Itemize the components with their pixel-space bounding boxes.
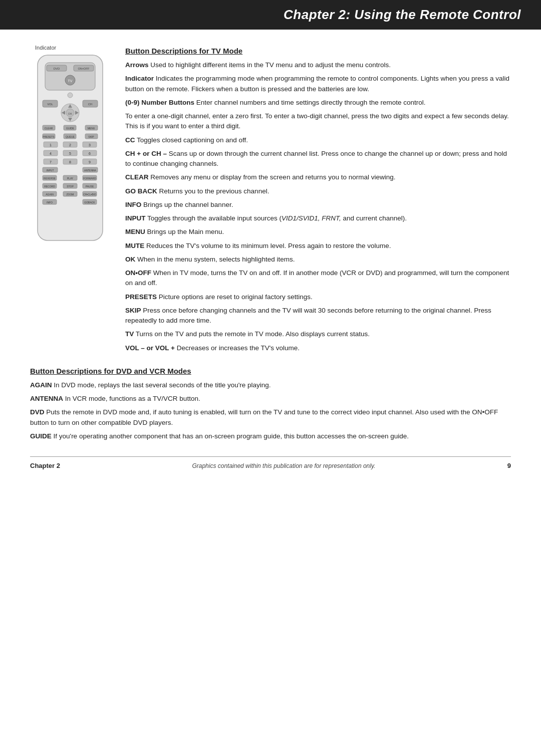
svg-text:4: 4: [50, 152, 52, 155]
term-number-buttons: (0-9) Number Buttons: [125, 99, 194, 106]
chapter-title: Chapter 2: Using the Remote Control: [20, 7, 521, 23]
svg-text:INFO: INFO: [47, 201, 53, 204]
svg-text:ANTENNA: ANTENNA: [84, 169, 97, 172]
svg-text:9: 9: [89, 160, 91, 164]
desc-tv: TV Turns on the TV and puts the remote i…: [125, 329, 511, 339]
desc-goback-text: Returns you to the previous channel.: [159, 187, 269, 195]
desc-ch-text: Scans up or down through the current cha…: [125, 150, 507, 167]
term-goback: GO BACK: [125, 187, 157, 195]
desc-dvd: DVD Puts the remote in DVD mode and, if …: [30, 407, 511, 428]
svg-text:FORWARD: FORWARD: [83, 177, 96, 180]
descriptions-column: Button Descriptions for TV Mode Arrows U…: [125, 45, 511, 357]
desc-digit-info-text: To enter a one-digit channel, enter a ze…: [125, 112, 509, 130]
desc-tv-text: Turns on the TV and puts the remote in T…: [136, 330, 370, 338]
remote-column: Indicator DVD ON•OFF TV VOL: [30, 45, 110, 357]
desc-onoff: ON•OFF When in TV mode, turns the TV on …: [125, 268, 511, 289]
section2: Button Descriptions for DVD and VCR Mode…: [30, 367, 511, 441]
desc-info: INFO Brings up the channel banner.: [125, 200, 511, 210]
svg-text:5: 5: [69, 152, 71, 155]
desc-number-buttons-text: Enter channel numbers and time settings …: [196, 99, 426, 106]
svg-text:ON•OFF: ON•OFF: [78, 67, 89, 70]
desc-digit-info: To enter a one-digit channel, enter a ze…: [125, 111, 511, 132]
term-clear: CLEAR: [125, 173, 149, 181]
term-mute: MUTE: [125, 242, 144, 249]
svg-text:ZOOM: ZOOM: [67, 193, 74, 196]
desc-cc: CC Toggles closed captioning on and off.: [125, 135, 511, 145]
svg-text:CLEAR: CLEAR: [45, 127, 53, 130]
svg-text:VOL: VOL: [47, 103, 53, 106]
term-input: INPUT: [125, 214, 146, 222]
svg-text:MENU: MENU: [88, 127, 95, 130]
svg-point-8: [68, 93, 73, 98]
desc-arrows-text: Used to highlight different items in the…: [150, 61, 391, 69]
term-ch: CH + or CH –: [125, 150, 167, 157]
svg-text:DVD: DVD: [54, 67, 60, 70]
svg-text:STOP: STOP: [67, 185, 74, 188]
svg-text:8: 8: [69, 160, 71, 164]
svg-text:OK: OK: [68, 112, 73, 115]
remote-image: DVD ON•OFF TV VOL CH OK: [33, 53, 108, 243]
desc-mute: MUTE Reduces the TV's volume to its mini…: [125, 241, 511, 251]
indicator-label: Indicator: [35, 45, 56, 51]
svg-text:SKIP: SKIP: [88, 135, 94, 138]
svg-text:CH•CL•BIO: CH•CL•BIO: [83, 193, 96, 196]
svg-text:3: 3: [89, 143, 91, 147]
term-vol: VOL – or VOL +: [125, 344, 175, 352]
desc-onoff-text: When in TV mode, turns the TV on and off…: [125, 269, 509, 287]
term-arrows: Arrows: [125, 61, 149, 69]
page-content: Indicator DVD ON•OFF TV VOL: [0, 45, 541, 489]
svg-text:GUIDE: GUIDE: [66, 127, 75, 130]
term-dvd: DVD: [30, 408, 45, 416]
desc-vol: VOL – or VOL + Decreases or increases th…: [125, 343, 511, 353]
page-footer: Chapter 2 Graphics contained within this…: [30, 456, 511, 469]
term-cc: CC: [125, 136, 135, 144]
desc-dvd-text: Puts the remote in DVD mode and, if auto…: [30, 408, 498, 426]
desc-ch: CH + or CH – Scans up or down through th…: [125, 149, 511, 169]
desc-again: AGAIN In DVD mode, replays the last seve…: [30, 380, 511, 390]
term-ok: OK: [125, 256, 135, 263]
svg-text:AGAIN: AGAIN: [46, 193, 54, 196]
desc-guide: GUIDE If you're operating another compon…: [30, 431, 511, 441]
svg-text:1: 1: [50, 143, 52, 147]
term-indicator: Indicator: [125, 75, 154, 82]
svg-text:PLAY: PLAY: [67, 177, 74, 180]
desc-info-text: Brings up the channel banner.: [143, 201, 233, 208]
desc-ok-text: When in the menu system, selects highlig…: [137, 256, 295, 263]
svg-text:INPUT: INPUT: [47, 169, 54, 172]
desc-cc-text: Toggles closed captioning on and off.: [137, 136, 248, 144]
svg-text:GOBACK: GOBACK: [84, 201, 95, 204]
section2-heading: Button Descriptions for DVD and VCR Mode…: [30, 367, 511, 375]
desc-indicator-text: Indicates the programming mode when prog…: [125, 75, 509, 92]
desc-presets: PRESETS Picture options are reset to ori…: [125, 292, 511, 302]
term-again: AGAIN: [30, 381, 52, 389]
desc-guide-text: If you're operating another component th…: [54, 432, 409, 440]
footer-note: Graphics contained within this publicati…: [192, 462, 375, 469]
desc-again-text: In DVD mode, replays the last several se…: [54, 381, 270, 389]
desc-menu: MENU Brings up the Main menu.: [125, 227, 511, 237]
desc-ok: OK When in the menu system, selects high…: [125, 255, 511, 265]
desc-goback: GO BACK Returns you to the previous chan…: [125, 186, 511, 196]
term-guide: GUIDE: [30, 432, 52, 440]
svg-text:REVERSE: REVERSE: [44, 177, 56, 180]
desc-antenna-text: In VCR mode, functions as a TV/VCR butto…: [65, 395, 200, 402]
svg-text:TV: TV: [68, 79, 73, 83]
desc-skip-text: Press once before changing channels and …: [125, 307, 491, 324]
desc-skip: SKIP Press once before changing channels…: [125, 306, 511, 326]
desc-number-buttons: (0-9) Number Buttons Enter channel numbe…: [125, 98, 511, 108]
term-info: INFO: [125, 201, 141, 208]
svg-text:7: 7: [50, 160, 52, 164]
svg-text:PRESETS: PRESETS: [43, 135, 55, 138]
term-presets: PRESETS: [125, 293, 157, 301]
section1-heading: Button Descriptions for TV Mode: [125, 47, 511, 55]
desc-menu-text: Brings up the Main menu.: [147, 228, 224, 235]
term-skip: SKIP: [125, 307, 141, 314]
svg-text:QUEUE: QUEUE: [66, 135, 75, 138]
desc-arrows: Arrows Used to highlight different items…: [125, 60, 511, 70]
desc-indicator: Indicator Indicates the programming mode…: [125, 74, 511, 94]
top-section: Indicator DVD ON•OFF TV VOL: [30, 45, 511, 357]
svg-text:RECORD: RECORD: [44, 185, 55, 188]
footer-chapter: Chapter 2: [30, 462, 60, 469]
footer-page: 9: [507, 462, 511, 469]
term-menu: MENU: [125, 228, 145, 235]
desc-input: INPUT Toggles through the available inpu…: [125, 213, 511, 223]
